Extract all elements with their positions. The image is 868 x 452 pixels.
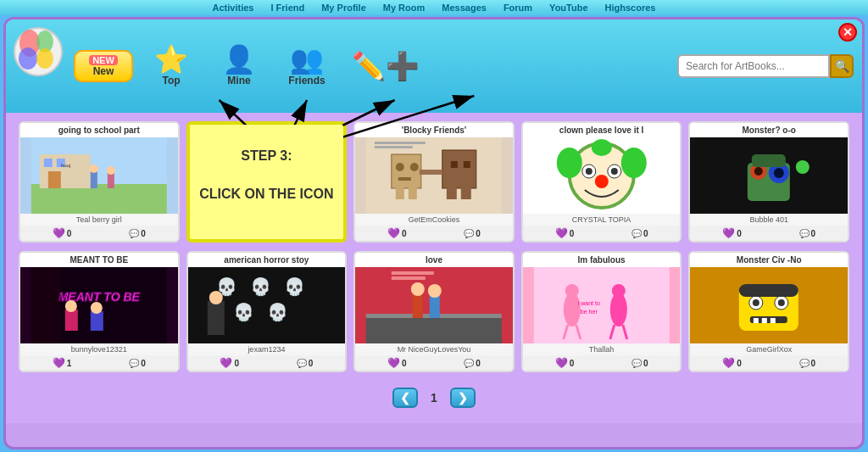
heart-icon: 💜 xyxy=(722,357,735,369)
artbook-card-step3: STEP 3:CLICK ON THE ICON xyxy=(186,121,348,243)
svg-text:i want to: i want to xyxy=(578,300,600,306)
comments-count: 0 xyxy=(141,229,146,238)
nav-youtube[interactable]: YouTube xyxy=(549,3,587,13)
artbook-card-fabulous[interactable]: Im fabulous i want to be h xyxy=(521,251,682,372)
comment-icon: 💬 xyxy=(464,359,474,368)
card-title-meantto: MEANT TO BE xyxy=(20,253,178,267)
nav-myprofile[interactable]: My Profile xyxy=(321,3,366,13)
card-image-meantto: MEANT TO BE xyxy=(20,267,178,343)
artbook-card-clown[interactable]: clown please love it I xyxy=(521,121,682,243)
svg-rect-11 xyxy=(31,184,167,214)
card-title-clown: clown please love it I xyxy=(523,123,681,137)
card-author-love: Mr NiceGuyLovesYou xyxy=(355,343,513,355)
svg-text:💀: 💀 xyxy=(283,276,304,297)
comments-count: 0 xyxy=(309,359,314,368)
svg-point-50 xyxy=(754,167,763,176)
prev-page-button[interactable]: ❮ xyxy=(392,388,418,408)
svg-text:huuj: huuj xyxy=(61,163,70,168)
svg-point-43 xyxy=(586,168,593,175)
next-page-button[interactable]: ❯ xyxy=(450,388,476,408)
heart-icon: 💜 xyxy=(53,227,65,239)
comment-icon: 💬 xyxy=(799,359,810,368)
svg-point-4 xyxy=(36,48,53,69)
tab-create[interactable]: ✏️➕ xyxy=(345,49,426,83)
card-stats-fabulous: 💜 0 💬 0 xyxy=(523,355,681,371)
tab-new[interactable]: NEW New xyxy=(74,50,133,82)
friends-icon: 👥 xyxy=(290,46,324,73)
artbook-card-blocky[interactable]: 'Blocky Friends' xyxy=(353,121,515,243)
svg-rect-13 xyxy=(44,159,53,167)
nav-myroom[interactable]: My Room xyxy=(383,3,426,13)
card-author-clown: CRYSTAL TOPIA xyxy=(523,214,681,226)
comment-icon: 💬 xyxy=(464,229,474,238)
pagination: ❮ 1 ❯ xyxy=(19,381,849,415)
comments-count: 0 xyxy=(643,229,648,238)
comment-icon: 💬 xyxy=(799,229,810,238)
card-author-meantto: bunnylove12321 xyxy=(20,343,178,355)
tab-top[interactable]: ⭐ Top xyxy=(142,42,201,90)
svg-rect-99 xyxy=(739,284,798,297)
pencil-plus-icon: ✏️➕ xyxy=(352,53,420,80)
heart-icon: 💜 xyxy=(387,357,400,369)
svg-rect-29 xyxy=(420,170,442,175)
card-image-monster xyxy=(690,137,848,214)
tab-bar: NEW New ⭐ Top 👤 Mine 👥 Friends ✏️➕ 🔍 xyxy=(6,20,862,113)
comments-count: 0 xyxy=(643,359,648,368)
svg-rect-97 xyxy=(762,318,767,323)
new-badge-label: NEW xyxy=(89,55,118,65)
artbook-card-monsterc[interactable]: Monster Civ -No xyxy=(688,251,849,372)
likes-count: 0 xyxy=(737,229,742,238)
artbook-card-monster[interactable]: Monster? o-o xyxy=(688,121,849,243)
card-stats-school: 💜 0 💬 0 xyxy=(20,226,178,241)
nav-activities[interactable]: Activities xyxy=(213,3,254,13)
svg-rect-15 xyxy=(48,171,61,188)
card-author-blocky: GetEmCookies xyxy=(355,214,513,226)
card-image-step3: STEP 3:CLICK ON THE ICON xyxy=(190,125,344,226)
comment-icon: 💬 xyxy=(129,229,139,238)
comment-icon: 💬 xyxy=(632,359,642,368)
heart-icon: 💜 xyxy=(555,357,568,369)
svg-rect-35 xyxy=(375,146,413,148)
tab-mine[interactable]: 👤 Mine xyxy=(209,42,269,90)
svg-rect-26 xyxy=(442,150,476,188)
nav-messages[interactable]: Messages xyxy=(442,3,487,13)
svg-text:💀: 💀 xyxy=(249,276,270,297)
svg-point-68 xyxy=(209,291,222,304)
tab-friends[interactable]: 👥 Friends xyxy=(277,42,337,90)
svg-rect-27 xyxy=(451,161,458,168)
nav-highscores[interactable]: Highscores xyxy=(605,3,656,13)
artbook-card-meantto[interactable]: MEANT TO BE MEANT TO BE bunnylove123 xyxy=(19,251,180,372)
content-area: going to school part huuj xyxy=(6,113,862,423)
likes-count: 1 xyxy=(67,359,72,368)
svg-point-3 xyxy=(19,47,37,70)
svg-point-59 xyxy=(91,302,103,314)
svg-rect-78 xyxy=(534,267,670,343)
close-button[interactable]: ✕ xyxy=(838,23,857,42)
card-title-monster: Monster? o-o xyxy=(690,123,848,137)
svg-point-73 xyxy=(411,282,425,296)
artbook-card-school[interactable]: going to school part huuj xyxy=(19,121,180,243)
artbook-card-horror[interactable]: american horror stoy 💀 💀 💀 💀 💀 xyxy=(186,251,348,372)
svg-rect-34 xyxy=(375,142,426,144)
artbooks-grid-row2: MEANT TO BE MEANT TO BE bunnylove123 xyxy=(19,251,849,372)
artbook-card-love[interactable]: love xyxy=(353,251,515,372)
card-image-fabulous: i want to be her xyxy=(523,267,681,343)
svg-rect-31 xyxy=(409,187,417,199)
svg-rect-21 xyxy=(366,137,502,214)
search-button[interactable]: 🔍 xyxy=(830,54,854,78)
svg-rect-96 xyxy=(754,318,759,323)
likes-count: 0 xyxy=(402,229,407,238)
svg-rect-72 xyxy=(413,293,423,318)
card-author-fabulous: Thallah xyxy=(523,343,681,355)
svg-rect-16 xyxy=(91,171,97,188)
card-image-love xyxy=(355,267,513,343)
search-input[interactable] xyxy=(677,54,830,78)
svg-rect-98 xyxy=(771,318,776,323)
svg-point-38 xyxy=(557,148,582,178)
svg-rect-56 xyxy=(65,310,78,331)
likes-count: 0 xyxy=(570,359,575,368)
nav-ifriend[interactable]: I Friend xyxy=(270,3,304,13)
nav-forum[interactable]: Forum xyxy=(504,3,532,13)
likes-count: 0 xyxy=(67,229,72,238)
svg-point-57 xyxy=(65,300,77,312)
